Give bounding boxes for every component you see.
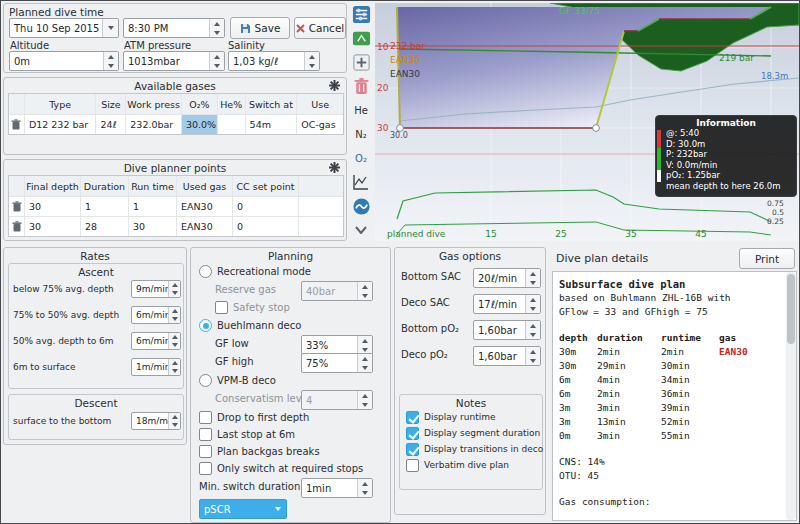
points-col-runtime[interactable]: Run time bbox=[129, 176, 177, 196]
spinner-arrows[interactable] bbox=[304, 52, 319, 70]
print-button[interactable]: Print bbox=[739, 248, 795, 269]
points-col-duration[interactable]: Duration bbox=[81, 176, 129, 196]
gas-use-cell[interactable]: OC-gas bbox=[297, 115, 343, 134]
gf-high-input[interactable]: 75% bbox=[301, 353, 373, 373]
deco-sac-input[interactable]: 17ℓ/min bbox=[473, 294, 541, 314]
drop-to-first-depth-checkbox[interactable] bbox=[199, 411, 212, 424]
gases-col-size[interactable]: Size bbox=[96, 94, 126, 114]
points-col-depth[interactable]: Final depth bbox=[25, 176, 81, 196]
spinner-arrows[interactable] bbox=[168, 281, 180, 297]
save-button[interactable]: Save bbox=[230, 17, 290, 39]
conservatism-input[interactable]: 4 bbox=[301, 390, 373, 410]
point-ccsp-cell[interactable]: 0 bbox=[233, 217, 299, 236]
delete-waypoint-button[interactable] bbox=[9, 197, 25, 216]
ascent-rate-1-input[interactable]: 9m/min bbox=[131, 280, 181, 298]
reserve-gas-input[interactable]: 40bar bbox=[301, 281, 373, 301]
backgas-breaks-checkbox[interactable] bbox=[199, 445, 212, 458]
subsurface-logo-icon[interactable] bbox=[350, 195, 372, 217]
ascent-rate-4-input[interactable]: 1m/min bbox=[131, 358, 181, 376]
restore-zoom-button[interactable] bbox=[350, 51, 372, 73]
ascent-rate-2-input[interactable]: 6m/min bbox=[131, 306, 181, 324]
gases-col-use[interactable]: Use bbox=[297, 94, 343, 114]
tissue-graph-button[interactable] bbox=[350, 171, 372, 193]
gases-col-type[interactable]: Type bbox=[25, 94, 97, 114]
point-runtime-cell[interactable]: 30 bbox=[129, 217, 177, 236]
spinner-arrows[interactable] bbox=[525, 269, 540, 287]
gas-size-cell[interactable]: 24ℓ bbox=[96, 115, 126, 134]
spinner-arrows[interactable] bbox=[168, 307, 180, 323]
add-waypoint-button[interactable] bbox=[329, 162, 340, 176]
spinner-arrows[interactable] bbox=[168, 413, 180, 429]
bottom-po2-input[interactable]: 1,60bar bbox=[473, 320, 541, 340]
gf-low-input[interactable]: 33% bbox=[301, 335, 373, 355]
spinner-arrows[interactable] bbox=[209, 19, 224, 37]
toggle-he-button[interactable]: He bbox=[350, 99, 372, 121]
vpmb-deco-radio[interactable] bbox=[199, 374, 212, 387]
display-transitions-checkbox[interactable] bbox=[406, 443, 419, 456]
profile-settings-button[interactable] bbox=[350, 3, 372, 25]
point-depth-cell[interactable]: 30 bbox=[25, 217, 81, 236]
recreational-mode-radio[interactable] bbox=[199, 265, 212, 278]
spinner-arrows[interactable] bbox=[357, 391, 372, 409]
scrollbar-thumb[interactable] bbox=[787, 274, 795, 344]
spinner-arrows[interactable] bbox=[357, 336, 372, 354]
add-gas-button[interactable] bbox=[329, 80, 340, 94]
point-runtime-cell[interactable]: 1 bbox=[129, 197, 177, 216]
delete-waypoint-button[interactable] bbox=[9, 217, 25, 236]
ascent-rate-3-input[interactable]: 6m/min bbox=[131, 332, 181, 350]
spinner-arrows[interactable] bbox=[525, 321, 540, 339]
verbatim-plan-checkbox[interactable] bbox=[406, 459, 419, 472]
gas-he-cell[interactable] bbox=[218, 115, 246, 134]
spinner-arrows[interactable] bbox=[168, 359, 180, 375]
min-switch-duration-input[interactable]: 1min bbox=[301, 478, 373, 498]
gases-col-workpress[interactable]: Work press bbox=[126, 94, 182, 114]
bottom-sac-input[interactable]: 20ℓ/min bbox=[473, 268, 541, 288]
spinner-arrows[interactable] bbox=[103, 52, 118, 70]
toggle-o2-button[interactable]: O₂ bbox=[350, 147, 372, 169]
gas-workpress-cell[interactable]: 232.0bar bbox=[126, 115, 182, 134]
deco-po2-input[interactable]: 1,60bar bbox=[473, 346, 541, 366]
points-col-ccsp[interactable]: CC set point bbox=[233, 176, 299, 196]
salinity-input[interactable]: 1,03 kg/ℓ bbox=[228, 51, 320, 71]
scroll-down-button[interactable] bbox=[350, 219, 372, 241]
dive-time-input[interactable]: 8:30 PM bbox=[123, 18, 225, 38]
point-duration-cell[interactable]: 28 bbox=[81, 217, 129, 236]
spinner-arrows[interactable] bbox=[357, 479, 372, 497]
cancel-button[interactable]: Cancel bbox=[294, 17, 346, 39]
gas-type-cell[interactable]: D12 232 bar bbox=[25, 115, 97, 134]
gases-col-switchat[interactable]: Switch at bbox=[246, 94, 298, 114]
spinner-arrows[interactable] bbox=[168, 333, 180, 349]
scale-toggle-button[interactable] bbox=[350, 27, 372, 49]
spinner-arrows[interactable] bbox=[357, 282, 372, 300]
display-runtime-checkbox[interactable] bbox=[406, 411, 419, 424]
gases-col-o2[interactable]: O₂% bbox=[182, 94, 218, 114]
dive-date-select[interactable]: Thu 10 Sep 2015 bbox=[9, 18, 119, 38]
details-scrollbar[interactable] bbox=[786, 272, 796, 520]
spinner-arrows[interactable] bbox=[209, 52, 224, 70]
descent-rate-input[interactable]: 18m/min bbox=[131, 412, 181, 430]
points-col-gas[interactable]: Used gas bbox=[177, 176, 233, 196]
delete-point-button[interactable] bbox=[350, 75, 372, 97]
safety-stop-checkbox[interactable] bbox=[215, 301, 228, 314]
spinner-arrows[interactable] bbox=[357, 354, 372, 372]
spinner-arrows[interactable] bbox=[525, 347, 540, 365]
dive-mode-select[interactable]: pSCR bbox=[199, 499, 287, 519]
toggle-n2-button[interactable]: N₂ bbox=[350, 123, 372, 145]
point-gas-cell[interactable]: EAN30 bbox=[177, 217, 233, 236]
gas-switchat-cell[interactable]: 54m bbox=[246, 115, 298, 134]
waypoint-handle[interactable] bbox=[593, 125, 600, 132]
dive-profile-chart[interactable]: GF 33/75 10 232 bar EAN30 EAN30 20 30 30… bbox=[375, 3, 799, 241]
only-switch-required-checkbox[interactable] bbox=[199, 462, 212, 475]
buehlmann-deco-radio[interactable] bbox=[199, 319, 212, 332]
spinner-arrows[interactable] bbox=[525, 295, 540, 313]
altitude-input[interactable]: 0m bbox=[9, 51, 119, 71]
display-segment-duration-checkbox[interactable] bbox=[406, 427, 419, 440]
point-ccsp-cell[interactable]: 0 bbox=[233, 197, 299, 216]
gases-col-he[interactable]: He% bbox=[218, 94, 246, 114]
point-depth-cell[interactable]: 30 bbox=[25, 197, 81, 216]
gas-o2-cell[interactable]: 30.0% bbox=[182, 115, 218, 134]
last-stop-6m-checkbox[interactable] bbox=[199, 428, 212, 441]
point-gas-cell[interactable]: EAN30 bbox=[177, 197, 233, 216]
atm-pressure-input[interactable]: 1013mbar bbox=[123, 51, 225, 71]
point-duration-cell[interactable]: 1 bbox=[81, 197, 129, 216]
